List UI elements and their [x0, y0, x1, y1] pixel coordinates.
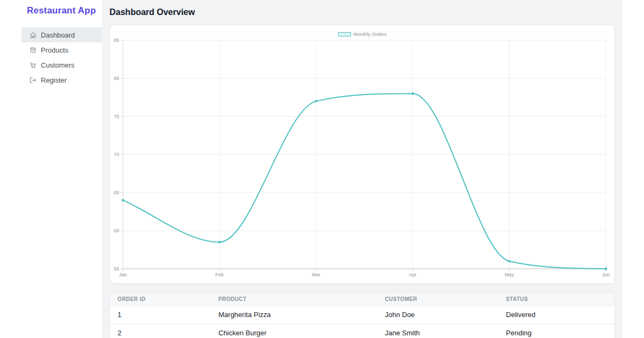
- table-header-row: Order IDProductCustomerStatus: [110, 293, 614, 306]
- orders-table-head: Order IDProductCustomerStatus: [110, 293, 614, 306]
- page-title: Dashboard Overview: [109, 8, 615, 17]
- package-icon: [30, 47, 36, 54]
- column-header: Order ID: [110, 293, 211, 306]
- brand-title: Restaurant App: [27, 5, 102, 16]
- orders-line: [123, 93, 606, 269]
- data-point: [508, 260, 511, 262]
- sidebar-item-label: Register: [41, 76, 67, 84]
- sidebar-item-label: Products: [41, 46, 68, 54]
- orders-chart-card: Monthly Orders 55606570758085JanFebMarAp…: [109, 25, 615, 284]
- x-tick-label: Jan: [119, 272, 127, 277]
- sidebar-item-label: Customers: [41, 61, 75, 69]
- data-point: [412, 92, 414, 95]
- y-tick-label: 85: [114, 38, 119, 43]
- orders-table: Order IDProductCustomerStatus 1Margherit…: [110, 293, 614, 338]
- table-cell: 2: [110, 324, 211, 338]
- table-cell: 1: [110, 306, 211, 324]
- main-content: Dashboard Overview Monthly Orders 556065…: [102, 0, 623, 338]
- y-tick-label: 75: [114, 114, 119, 119]
- sidebar-nav: DashboardProductsCustomersRegister: [0, 27, 102, 87]
- sidebar-item-dashboard[interactable]: Dashboard: [21, 27, 102, 42]
- table-cell: John Doe: [377, 306, 499, 324]
- column-header: Customer: [377, 293, 499, 306]
- y-tick-label: 80: [114, 76, 119, 81]
- table-row: 1Margherita PizzaJohn DoeDelivered: [110, 306, 614, 324]
- x-tick-label: Feb: [215, 272, 224, 277]
- y-tick-label: 65: [114, 190, 119, 195]
- sidebar-item-customers[interactable]: Customers: [21, 57, 102, 72]
- y-tick-label: 60: [114, 228, 119, 233]
- data-point: [218, 241, 221, 244]
- legend-label: Monthly Orders: [354, 32, 387, 37]
- logout-icon: [30, 77, 36, 84]
- column-header: Product: [211, 293, 377, 306]
- table-row: 2Chicken BurgerJane SmithPending: [110, 324, 614, 338]
- x-tick-label: Jun: [602, 272, 610, 277]
- x-tick-label: Apr: [409, 272, 416, 277]
- column-header: Status: [499, 293, 614, 306]
- orders-line-chart: 55606570758085JanFebMarAprMayJun: [110, 25, 616, 284]
- data-point: [605, 268, 608, 270]
- table-cell: Pending: [499, 324, 614, 338]
- sidebar: Restaurant App DashboardProductsCustomer…: [0, 0, 102, 338]
- cart-icon: [30, 62, 36, 69]
- chart-legend: Monthly Orders: [110, 32, 614, 37]
- table-cell: Margherita Pizza: [211, 306, 377, 324]
- data-point: [122, 199, 125, 202]
- data-point: [315, 100, 318, 102]
- home-icon: [30, 32, 36, 39]
- sidebar-item-label: Dashboard: [41, 31, 75, 39]
- legend-item[interactable]: Monthly Orders: [338, 32, 387, 37]
- table-cell: Jane Smith: [377, 324, 499, 338]
- legend-swatch: [338, 32, 351, 36]
- sidebar-item-products[interactable]: Products: [21, 42, 102, 57]
- y-tick-label: 70: [114, 152, 119, 157]
- orders-table-body: 1Margherita PizzaJohn DoeDelivered2Chick…: [110, 306, 614, 338]
- table-cell: Chicken Burger: [211, 324, 377, 338]
- table-cell: Delivered: [499, 306, 614, 324]
- x-tick-label: May: [504, 272, 514, 277]
- orders-table-card: Order IDProductCustomerStatus 1Margherit…: [109, 292, 615, 338]
- y-tick-label: 55: [114, 266, 119, 271]
- x-tick-label: Mar: [312, 272, 320, 277]
- sidebar-item-register[interactable]: Register: [21, 72, 102, 87]
